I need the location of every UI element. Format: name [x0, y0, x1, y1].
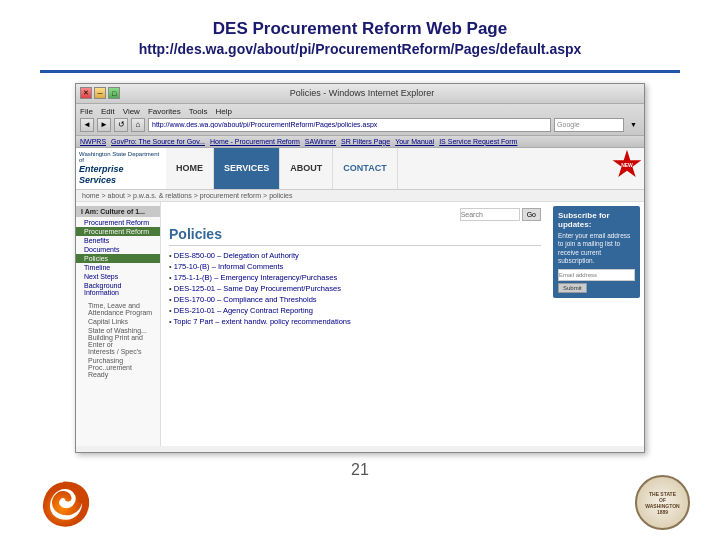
sidebar-policies[interactable]: Policies — [76, 254, 160, 263]
close-icon: ✕ — [83, 89, 89, 97]
sidebar-capital-links[interactable]: Capital Links — [76, 317, 160, 326]
bookmark-sawinner[interactable]: SAWinner — [305, 138, 336, 145]
sidebar-timeline[interactable]: Timeline — [76, 263, 160, 272]
minimize-icon: ─ — [98, 90, 103, 97]
content-title: Policies — [169, 226, 541, 246]
search-bar: Go — [169, 208, 541, 221]
menu-file[interactable]: File — [80, 107, 93, 116]
site-nav: HOME SERVICES ABOUT CONTACT — [166, 148, 644, 189]
menu-view[interactable]: View — [123, 107, 140, 116]
subscribe-title: Subscribe for updates: — [558, 211, 635, 229]
sidebar-procurement-reform[interactable]: Procurement Reform — [76, 218, 160, 227]
bookmark-manual[interactable]: Your Manual — [395, 138, 434, 145]
home-btn[interactable]: ⌂ — [131, 118, 145, 132]
nav-about[interactable]: ABOUT — [280, 148, 333, 189]
list-item[interactable]: 175-1-1-(B) – Emergency Interagency/Purc… — [169, 273, 541, 282]
state-seal-text: THE STATEOFWASHINGTON1889 — [645, 491, 679, 515]
menu-edit[interactable]: Edit — [101, 107, 115, 116]
forward-icon: ► — [100, 120, 108, 129]
list-item[interactable]: DES-850-00 – Delegation of Authority — [169, 251, 541, 260]
list-item[interactable]: 175-10-(B) – Informal Comments — [169, 262, 541, 271]
sidebar-benefits[interactable]: Benefits — [76, 236, 160, 245]
nav-contact[interactable]: CONTACT — [333, 148, 397, 189]
list-item[interactable]: DES-170-00 – Compliance and Thresholds — [169, 295, 541, 304]
title-divider — [40, 70, 680, 73]
logo-line2: EnterpriseServices — [79, 164, 163, 186]
breadcrumb-text: home > about > p.w.a.s. & relations > pr… — [82, 192, 293, 199]
sidebar-documents[interactable]: Documents — [76, 245, 160, 254]
sidebar-time-leave[interactable]: Time, Leave andAttendance Program — [76, 301, 160, 317]
logo-line1: Washington State Department of — [79, 151, 163, 164]
list-item[interactable]: DES-210-01 – Agency Contract Reporting — [169, 306, 541, 315]
window-max-btn[interactable]: □ — [108, 87, 120, 99]
refresh-icon: ↺ — [118, 120, 125, 129]
bookmark-service-request[interactable]: IS Service Request Form — [439, 138, 517, 145]
browser-toolbar: File Edit View Favorites Tools Help ◄ ► … — [76, 104, 644, 136]
bookmark-nwprs[interactable]: NWPRS — [80, 138, 106, 145]
right-sidebar: Subscribe for updates: Enter your email … — [549, 202, 644, 446]
orange-logo — [40, 480, 90, 530]
sidebar-purchasing[interactable]: Purchasing Proc..urementReady — [76, 356, 160, 379]
breadcrumb: home > about > p.w.a.s. & relations > pr… — [76, 190, 644, 202]
nav-services[interactable]: SERVICES — [214, 148, 280, 189]
address-bar[interactable]: http://www.des.wa.gov/about/pi/Procureme… — [148, 118, 551, 132]
orange-swirl-icon — [40, 480, 90, 530]
window-controls: ✕ ─ □ — [80, 87, 120, 99]
browser-search-box[interactable]: Google — [554, 118, 624, 132]
sidebar-section-header: I Am: Culture of 1... — [76, 206, 160, 217]
title-area: DES Procurement Reform Web Page http://d… — [40, 18, 680, 60]
list-item[interactable]: Topic 7 Part – extent handw. policy reco… — [169, 317, 541, 326]
content-area: Go Policies DES-850-00 – Delegation of A… — [161, 202, 549, 446]
subscribe-email-input[interactable] — [558, 269, 635, 281]
sidebar-procurement-reform-active[interactable]: Procurement Reform — [76, 227, 160, 236]
slide-title-url: http://des.wa.gov/about/pi/ProcurementRe… — [40, 40, 680, 60]
back-btn[interactable]: ◄ — [80, 118, 94, 132]
browser-title: Policies - Windows Internet Explorer — [120, 88, 604, 98]
left-sidebar: I Am: Culture of 1... Procurement Reform… — [76, 202, 161, 446]
slide-title-line1: DES Procurement Reform Web Page — [40, 18, 680, 40]
search-go-button[interactable]: Go — [522, 208, 541, 221]
browser-menubar: File Edit View Favorites Tools Help — [80, 107, 640, 116]
browser-nav-row: ◄ ► ↺ ⌂ http://www.des.wa.gov/about/pi/P… — [80, 118, 640, 132]
forward-btn[interactable]: ► — [97, 118, 111, 132]
refresh-btn[interactable]: ↺ — [114, 118, 128, 132]
bookmarks-bar: NWPRS GovPro: The Source for Gov... Home… — [76, 136, 644, 148]
browser-titlebar: ✕ ─ □ Policies - Windows Internet Explor… — [76, 84, 644, 104]
nav-home[interactable]: HOME — [166, 148, 214, 189]
bookmark-filters[interactable]: SR Filters Page — [341, 138, 390, 145]
page-number: 21 — [351, 461, 369, 479]
subscribe-body: Enter your email address to join a maili… — [558, 232, 635, 266]
address-text: http://www.des.wa.gov/about/pi/Procureme… — [152, 121, 377, 128]
bookmark-home[interactable]: Home - Procurement Reform — [210, 138, 300, 145]
sidebar-background[interactable]: Background Information — [76, 281, 160, 297]
sidebar-state-bldg[interactable]: State of Washing...Building Print and En… — [76, 326, 160, 356]
site-header: Washington State Department of Enterpris… — [76, 148, 644, 190]
back-icon: ◄ — [83, 120, 91, 129]
menu-favorites[interactable]: Favorites — [148, 107, 181, 116]
bookmark-govpro[interactable]: GovPro: The Source for Gov... — [111, 138, 205, 145]
menu-help[interactable]: Help — [215, 107, 231, 116]
window-close-btn[interactable]: ✕ — [80, 87, 92, 99]
state-seal: THE STATEOFWASHINGTON1889 — [635, 475, 690, 530]
slide: DES Procurement Reform Web Page http://d… — [0, 0, 720, 540]
search-options: ▼ — [627, 121, 640, 128]
browser-window: ✕ ─ □ Policies - Windows Internet Explor… — [75, 83, 645, 453]
website-content: Washington State Department of Enterpris… — [76, 148, 644, 446]
site-logo: Washington State Department of Enterpris… — [76, 148, 166, 189]
home-icon: ⌂ — [136, 120, 141, 129]
subscribe-box: Subscribe for updates: Enter your email … — [553, 206, 640, 299]
search-input[interactable] — [460, 208, 520, 221]
list-item[interactable]: DES-125-01 – Same Day Procurement/Purcha… — [169, 284, 541, 293]
search-placeholder: Google — [557, 121, 580, 128]
policy-list: DES-850-00 – Delegation of Authority 175… — [169, 251, 541, 326]
menu-tools[interactable]: Tools — [189, 107, 208, 116]
sidebar-next-steps[interactable]: Next Steps — [76, 272, 160, 281]
maximize-icon: □ — [112, 90, 116, 97]
main-layout: I Am: Culture of 1... Procurement Reform… — [76, 202, 644, 446]
subscribe-submit-btn[interactable]: Submit — [558, 283, 587, 293]
window-min-btn[interactable]: ─ — [94, 87, 106, 99]
